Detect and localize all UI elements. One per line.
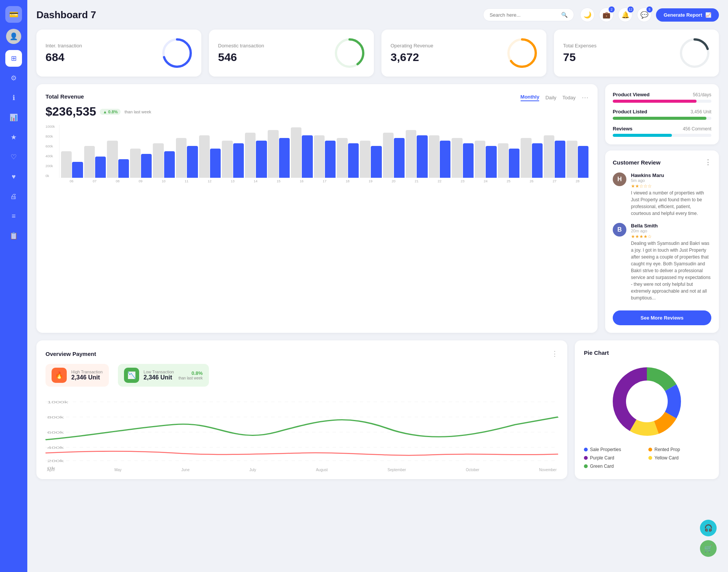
metric-value: 3,456 Unit bbox=[690, 109, 711, 114]
x-label: 25 bbox=[497, 179, 519, 183]
sidebar-item-heart-fill[interactable]: ♥ bbox=[5, 168, 22, 185]
legend-rented-prop: Rented Prop bbox=[648, 447, 710, 452]
search-bar[interactable]: 🔍 bbox=[483, 8, 574, 21]
review-more-icon[interactable]: ⋮ bbox=[704, 158, 711, 166]
svg-text:200k: 200k bbox=[47, 459, 64, 463]
pie-chart-title: Pie Chart bbox=[584, 349, 609, 356]
heart-fill-icon: ♥ bbox=[12, 173, 16, 181]
tab-monthly[interactable]: Monthly bbox=[521, 94, 540, 101]
fab-container: 🎧 🛒 bbox=[700, 520, 717, 557]
payment-badge: 0.8% than last week bbox=[179, 370, 203, 380]
metric-name: Product Viewed bbox=[613, 92, 650, 97]
stat-label: Inter. transaction bbox=[46, 43, 82, 49]
bar-gray bbox=[107, 141, 118, 178]
sidebar-item-list[interactable]: 📋 bbox=[5, 227, 22, 244]
revenue-amount: $236,535 ▲ 0.8% bbox=[46, 105, 121, 119]
bottom-row: Overview Payment ⋮ 🔥 High Transaction 2,… bbox=[36, 340, 719, 479]
x-label: 17 bbox=[314, 179, 336, 183]
bar-gray bbox=[314, 135, 325, 178]
stat-card-inter.-transaction: Inter. transaction 684 bbox=[36, 30, 201, 77]
metric-row: Product Viewed 561/days bbox=[613, 92, 711, 103]
stat-donut bbox=[679, 38, 710, 68]
bar-gray bbox=[544, 135, 554, 178]
search-input[interactable] bbox=[490, 12, 558, 18]
bar-gray bbox=[521, 138, 531, 178]
x-label: 15 bbox=[268, 179, 290, 183]
svg-point-20 bbox=[626, 381, 668, 422]
bar-blue bbox=[279, 138, 290, 178]
metric-name: Reviews bbox=[613, 126, 632, 132]
sidebar-item-print[interactable]: 🖨 bbox=[5, 188, 22, 205]
see-more-reviews-button[interactable]: See More Reviews bbox=[613, 310, 711, 325]
high-transaction-label: High Transaction bbox=[71, 370, 103, 374]
x-label: 24 bbox=[475, 179, 497, 183]
content-row: Total Revenue Monthly Daily Today ⋯ $236… bbox=[36, 84, 719, 333]
bar-gray bbox=[566, 141, 577, 178]
review-name: Hawkins Maru bbox=[631, 172, 711, 178]
bar-blue bbox=[210, 149, 221, 178]
revenue-tabs: Monthly Daily Today ⋯ bbox=[521, 93, 588, 102]
sidebar-item-heart-outline[interactable]: ♡ bbox=[5, 149, 22, 165]
metric-bar-fill bbox=[613, 134, 672, 137]
tab-today[interactable]: Today bbox=[562, 95, 576, 100]
bar-group bbox=[222, 141, 244, 178]
revenue-chart-area: 0k 200k 400k 600k 800k 1000k 06070809101… bbox=[46, 125, 588, 185]
chat-badge: 5 bbox=[646, 6, 653, 13]
x-label: 16 bbox=[291, 179, 313, 183]
bar-blue bbox=[187, 146, 198, 178]
bar-group bbox=[566, 141, 588, 178]
review-avatar: B bbox=[613, 223, 626, 237]
revenue-header: Total Revenue Monthly Daily Today ⋯ bbox=[46, 93, 588, 102]
support-fab[interactable]: 🎧 bbox=[700, 520, 717, 536]
menu-icon: ≡ bbox=[12, 212, 16, 220]
metric-row: Reviews 456 Comment bbox=[613, 126, 711, 137]
stat-donut bbox=[162, 38, 192, 68]
bar-blue bbox=[325, 141, 336, 178]
cart-fab[interactable]: 🛒 bbox=[700, 540, 717, 557]
bar-gray bbox=[84, 146, 95, 178]
x-label: 19 bbox=[360, 179, 382, 183]
bar-chart-icon: 📈 bbox=[705, 12, 711, 18]
stat-card-operating-revenue: Operating Revenue 3,672 bbox=[381, 30, 546, 77]
x-label: 14 bbox=[245, 179, 267, 183]
wallet-button[interactable]: 💼 2 bbox=[599, 8, 613, 22]
metric-row: Product Listed 3,456 Unit bbox=[613, 109, 711, 120]
review-text: Dealing with Syamsudin and Bakri was a j… bbox=[631, 240, 711, 301]
revenue-badge: ▲ 0.8% bbox=[100, 109, 121, 115]
legend-green-card: Green Card bbox=[584, 464, 645, 469]
sidebar-item-settings[interactable]: ⚙ bbox=[5, 70, 22, 86]
bar-gray bbox=[475, 141, 485, 178]
stat-card-total-expenses: Total Expenses 75 bbox=[554, 30, 719, 77]
sidebar-item-star[interactable]: ★ bbox=[5, 129, 22, 146]
sidebar-item-menu[interactable]: ≡ bbox=[5, 208, 22, 224]
sidebar-item-chart[interactable]: 📊 bbox=[5, 109, 22, 126]
wallet-icon: 💼 bbox=[602, 11, 610, 19]
more-options-icon[interactable]: ⋯ bbox=[582, 93, 588, 102]
settings-icon: ⚙ bbox=[11, 74, 17, 82]
bar-gray bbox=[360, 141, 370, 178]
generate-report-button[interactable]: Generate Report 📈 bbox=[656, 8, 719, 22]
chat-button[interactable]: 💬 5 bbox=[637, 8, 651, 22]
bell-button[interactable]: 🔔 12 bbox=[618, 8, 632, 22]
bar-group bbox=[199, 135, 221, 178]
bar-group bbox=[153, 143, 175, 178]
sidebar-item-dashboard[interactable]: ⊞ bbox=[5, 50, 22, 67]
x-label-april: April bbox=[47, 468, 55, 472]
metric-bar bbox=[613, 134, 711, 137]
review-time: 5m ago bbox=[631, 178, 711, 183]
sidebar-item-info[interactable]: ℹ bbox=[5, 89, 22, 106]
payment-title: Overview Payment bbox=[46, 351, 96, 357]
svg-text:800k: 800k bbox=[47, 415, 64, 419]
avatar[interactable]: 👤 bbox=[6, 29, 21, 44]
revenue-card: Total Revenue Monthly Daily Today ⋯ $236… bbox=[36, 84, 598, 333]
bar-blue bbox=[348, 143, 359, 178]
bar-group bbox=[84, 146, 106, 178]
low-transaction-icon: 📉 bbox=[124, 368, 139, 383]
bar-blue bbox=[256, 141, 267, 178]
x-label: 07 bbox=[84, 179, 106, 183]
bar-group bbox=[176, 138, 198, 178]
payment-more-icon[interactable]: ⋮ bbox=[551, 349, 558, 358]
theme-toggle-button[interactable]: 🌙 bbox=[580, 8, 595, 22]
metric-bar-fill bbox=[613, 100, 697, 103]
tab-daily[interactable]: Daily bbox=[545, 95, 556, 100]
